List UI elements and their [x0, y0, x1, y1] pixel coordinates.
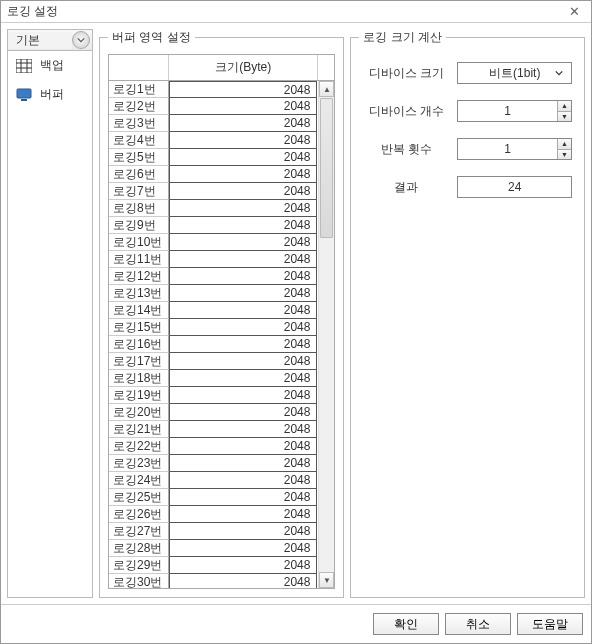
table-row[interactable]: 로깅15번2048: [109, 319, 318, 336]
table-row[interactable]: 로깅10번2048: [109, 234, 318, 251]
table-row[interactable]: 로깅14번2048: [109, 302, 318, 319]
device-count-spinner[interactable]: 1 ▲ ▼: [457, 100, 572, 122]
table-row[interactable]: 로깅17번2048: [109, 353, 318, 370]
row-header: 로깅17번: [109, 353, 169, 370]
sidebar-item-buffer[interactable]: 버퍼: [8, 80, 92, 109]
sidebar-item-backup[interactable]: 백업: [8, 51, 92, 80]
row-header: 로깅9번: [109, 217, 169, 234]
table-row[interactable]: 로깅1번2048: [109, 81, 318, 98]
sidebar-tab-header[interactable]: 기본: [7, 29, 93, 51]
row-header: 로깅1번: [109, 81, 169, 98]
table-row[interactable]: 로깅6번2048: [109, 166, 318, 183]
row-size-value[interactable]: 2048: [169, 336, 317, 353]
svg-rect-0: [16, 59, 32, 73]
spin-up-button[interactable]: ▲: [558, 139, 571, 150]
table-row[interactable]: 로깅4번2048: [109, 132, 318, 149]
spin-down-button[interactable]: ▼: [558, 150, 571, 160]
table-row[interactable]: 로깅16번2048: [109, 336, 318, 353]
row-header: 로깅19번: [109, 387, 169, 404]
table-row[interactable]: 로깅13번2048: [109, 285, 318, 302]
close-icon[interactable]: ✕: [563, 4, 585, 19]
row-size-value[interactable]: 2048: [169, 302, 317, 319]
row-size-value[interactable]: 2048: [169, 319, 317, 336]
ok-button[interactable]: 확인: [373, 613, 439, 635]
row-size-value[interactable]: 2048: [169, 149, 317, 166]
row-size-value[interactable]: 2048: [169, 370, 317, 387]
table-row[interactable]: 로깅22번2048: [109, 438, 318, 455]
row-size-value[interactable]: 2048: [169, 438, 317, 455]
spin-down-button[interactable]: ▼: [558, 112, 571, 122]
table-row[interactable]: 로깅11번2048: [109, 251, 318, 268]
scroll-up-button[interactable]: ▲: [319, 81, 334, 97]
row-size-value[interactable]: 2048: [169, 557, 317, 574]
row-size-value[interactable]: 2048: [169, 115, 317, 132]
row-size-value[interactable]: 2048: [169, 540, 317, 557]
table-row[interactable]: 로깅7번2048: [109, 183, 318, 200]
row-size-value[interactable]: 2048: [169, 353, 317, 370]
row-size-value[interactable]: 2048: [169, 404, 317, 421]
repeat-value[interactable]: 1: [458, 139, 557, 159]
table-row[interactable]: 로깅30번2048: [109, 574, 318, 588]
table-row[interactable]: 로깅5번2048: [109, 149, 318, 166]
row-size-value[interactable]: 2048: [169, 217, 317, 234]
column-header-size[interactable]: 크기(Byte): [169, 55, 318, 80]
row-size-value[interactable]: 2048: [169, 506, 317, 523]
device-size-select[interactable]: 비트(1bit): [457, 62, 572, 84]
row-size-value[interactable]: 2048: [169, 285, 317, 302]
table-row[interactable]: 로깅26번2048: [109, 506, 318, 523]
table-row[interactable]: 로깅21번2048: [109, 421, 318, 438]
row-size-value[interactable]: 2048: [169, 81, 317, 98]
row-size-value[interactable]: 2048: [169, 455, 317, 472]
cancel-button[interactable]: 취소: [445, 613, 511, 635]
row-size-value[interactable]: 2048: [169, 574, 317, 588]
device-count-value[interactable]: 1: [458, 101, 557, 121]
scroll-thumb[interactable]: [320, 98, 333, 238]
row-size-value[interactable]: 2048: [169, 387, 317, 404]
table-row[interactable]: 로깅20번2048: [109, 404, 318, 421]
row-size-value[interactable]: 2048: [169, 200, 317, 217]
svg-rect-6: [21, 99, 27, 101]
table-row[interactable]: 로깅12번2048: [109, 268, 318, 285]
row-header: 로깅8번: [109, 200, 169, 217]
table-row[interactable]: 로깅18번2048: [109, 370, 318, 387]
row-size-value[interactable]: 2048: [169, 183, 317, 200]
table-row[interactable]: 로깅19번2048: [109, 387, 318, 404]
table-row[interactable]: 로깅2번2048: [109, 98, 318, 115]
scroll-track[interactable]: [319, 239, 334, 572]
chevron-down-icon[interactable]: [72, 31, 90, 49]
row-size-value[interactable]: 2048: [169, 523, 317, 540]
result-label: 결과: [363, 179, 449, 196]
buffer-table-header: 크기(Byte): [109, 55, 334, 81]
row-header: 로깅22번: [109, 438, 169, 455]
row-header: 로깅12번: [109, 268, 169, 285]
row-header: 로깅11번: [109, 251, 169, 268]
table-row[interactable]: 로깅27번2048: [109, 523, 318, 540]
row-size-value[interactable]: 2048: [169, 251, 317, 268]
row-size-value[interactable]: 2048: [169, 166, 317, 183]
help-button[interactable]: 도움말: [517, 613, 583, 635]
table-row[interactable]: 로깅23번2048: [109, 455, 318, 472]
row-size-value[interactable]: 2048: [169, 234, 317, 251]
row-size-value[interactable]: 2048: [169, 489, 317, 506]
vertical-scrollbar[interactable]: ▲ ▼: [318, 81, 334, 588]
row-size-value[interactable]: 2048: [169, 421, 317, 438]
row-size-value[interactable]: 2048: [169, 132, 317, 149]
table-row[interactable]: 로깅24번2048: [109, 472, 318, 489]
table-row[interactable]: 로깅29번2048: [109, 557, 318, 574]
row-size-value[interactable]: 2048: [169, 268, 317, 285]
row-size-value[interactable]: 2048: [169, 472, 317, 489]
repeat-spinner[interactable]: 1 ▲ ▼: [457, 138, 572, 160]
table-row[interactable]: 로깅8번2048: [109, 200, 318, 217]
row-size-value[interactable]: 2048: [169, 98, 317, 115]
spin-up-button[interactable]: ▲: [558, 101, 571, 112]
titlebar: 로깅 설정 ✕: [1, 1, 591, 23]
table-row[interactable]: 로깅25번2048: [109, 489, 318, 506]
device-count-label: 디바이스 개수: [363, 103, 449, 120]
table-row[interactable]: 로깅9번2048: [109, 217, 318, 234]
column-header-rowhead[interactable]: [109, 55, 169, 80]
header-scroll-gap: [318, 55, 334, 80]
table-row[interactable]: 로깅28번2048: [109, 540, 318, 557]
scroll-down-button[interactable]: ▼: [319, 572, 334, 588]
sidebar: 기본 백업 버퍼: [7, 29, 93, 598]
table-row[interactable]: 로깅3번2048: [109, 115, 318, 132]
